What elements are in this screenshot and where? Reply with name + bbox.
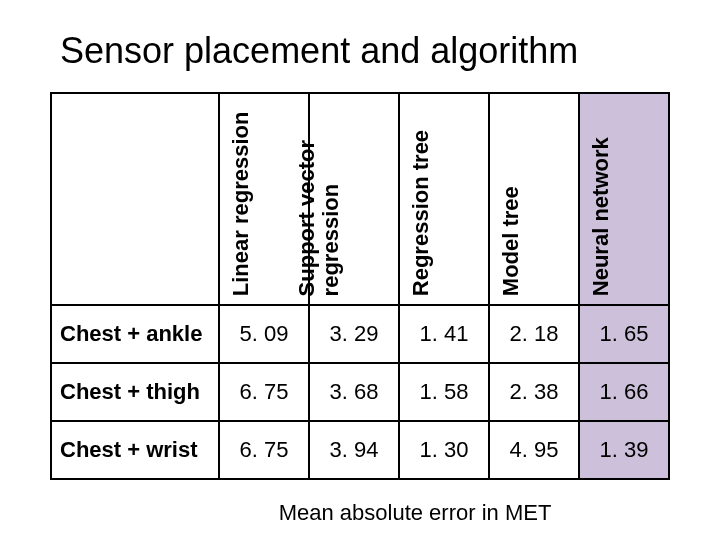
cell: 2. 18: [489, 305, 579, 363]
cell: 6. 75: [219, 421, 309, 479]
cell: 2. 38: [489, 363, 579, 421]
caption: Mean absolute error in MET: [50, 500, 670, 526]
cell: 3. 68: [309, 363, 399, 421]
blank-corner: [51, 93, 219, 305]
row-label: Chest + thigh: [51, 363, 219, 421]
col-model-tree: Model tree: [489, 93, 579, 305]
row-label: Chest + ankle: [51, 305, 219, 363]
cell: 3. 94: [309, 421, 399, 479]
results-table: Linear regression Support vector regress…: [50, 92, 670, 480]
cell: 5. 09: [219, 305, 309, 363]
col-label: Regression tree: [409, 96, 433, 296]
cell: 6. 75: [219, 363, 309, 421]
row-label: Chest + wrist: [51, 421, 219, 479]
cell: 3. 29: [309, 305, 399, 363]
col-label: Linear regression: [229, 96, 253, 296]
cell: 1. 58: [399, 363, 489, 421]
col-label: Model tree: [499, 96, 523, 296]
cell: 4. 95: [489, 421, 579, 479]
table-header-row: Linear regression Support vector regress…: [51, 93, 669, 305]
col-label: Neural network: [589, 96, 613, 296]
cell: 1. 39: [579, 421, 669, 479]
col-support-vector-regression: Support vector regression: [309, 93, 399, 305]
col-neural-network: Neural network: [579, 93, 669, 305]
col-label: Support vector regression: [295, 96, 343, 296]
page-title: Sensor placement and algorithm: [60, 30, 670, 72]
cell: 1. 30: [399, 421, 489, 479]
cell: 1. 66: [579, 363, 669, 421]
table-row: Chest + ankle 5. 09 3. 29 1. 41 2. 18 1.…: [51, 305, 669, 363]
table-row: Chest + wrist 6. 75 3. 94 1. 30 4. 95 1.…: [51, 421, 669, 479]
col-regression-tree: Regression tree: [399, 93, 489, 305]
table-row: Chest + thigh 6. 75 3. 68 1. 58 2. 38 1.…: [51, 363, 669, 421]
cell: 1. 41: [399, 305, 489, 363]
cell: 1. 65: [579, 305, 669, 363]
slide: Sensor placement and algorithm Linear re…: [0, 0, 720, 540]
